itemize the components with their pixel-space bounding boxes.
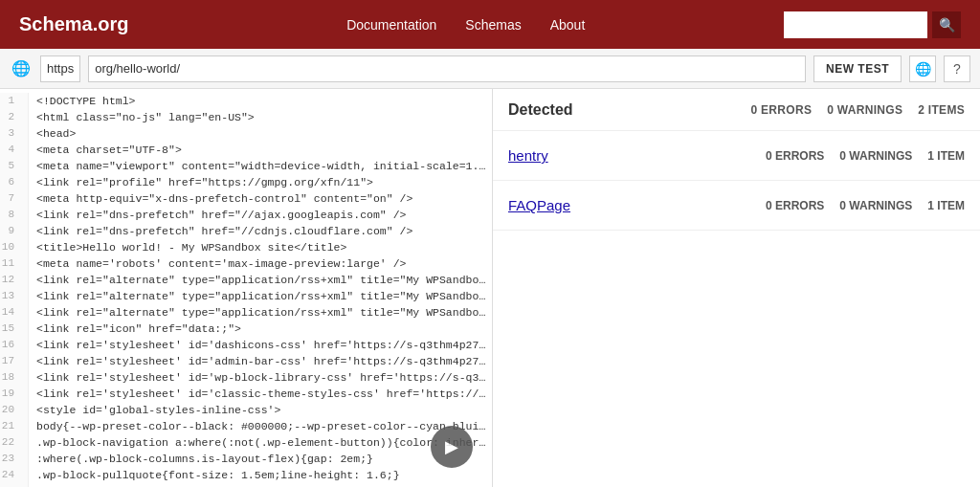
- result-items: 1 ITEM: [927, 149, 965, 163]
- code-line: <head>: [36, 125, 492, 142]
- result-item-name[interactable]: FAQPage: [508, 197, 750, 213]
- code-line: <meta http-equiv="x-dns-prefetch-control…: [36, 190, 492, 207]
- result-item-faqpage[interactable]: FAQPage 0 ERRORS 0 WARNINGS 1 ITEM: [493, 181, 980, 231]
- detected-label: Detected: [508, 101, 735, 119]
- code-line: <link rel="icon" href="data:;">: [36, 321, 492, 337]
- code-line: <meta name="viewport" content="width=dev…: [36, 158, 492, 174]
- code-line: <link rel='stylesheet' id='wp-block-libr…: [36, 369, 492, 386]
- code-line: <link rel="dns-prefetch" href="//cdnjs.c…: [36, 223, 492, 239]
- url-path-text: org/hello-world/: [95, 61, 180, 76]
- code-line: <!DOCTYPE html>: [36, 93, 492, 109]
- total-items-stat: 2 ITEMS: [918, 103, 965, 117]
- code-line: <title>Hello world! - My WPSandbox site<…: [36, 239, 492, 255]
- search-area: 🔍: [784, 11, 961, 38]
- code-line: <link rel="alternate" type="application/…: [36, 272, 492, 288]
- result-item-name[interactable]: hentry: [508, 147, 750, 164]
- code-line: <link rel="dns-prefetch" href="//ajax.go…: [36, 207, 492, 223]
- code-line: <meta name='robots' content='max-image-p…: [36, 255, 492, 272]
- code-line: <link rel="profile" href="https://gmpg.o…: [36, 174, 492, 190]
- code-line: <link rel='stylesheet' id='dashicons-css…: [36, 337, 492, 353]
- main-content: 1 2 3 4 5 6 7 8 9 10 11 12 13 14 15 16 1…: [0, 89, 980, 487]
- code-line: :where(.wp-block-columns.is-layout-flex)…: [36, 451, 492, 467]
- result-warnings: 0 WARNINGS: [839, 149, 912, 163]
- play-button[interactable]: ▶: [431, 426, 473, 468]
- nav-links: Documentation Schemas About: [176, 17, 755, 33]
- url-bar: 🌐 https org/hello-world/ NEW TEST 🌐 ?: [0, 49, 980, 89]
- new-test-button[interactable]: NEW TEST: [813, 55, 902, 82]
- code-panel: 1 2 3 4 5 6 7 8 9 10 11 12 13 14 15 16 1…: [0, 89, 493, 487]
- top-navigation: Schema.org Documentation Schemas About 🔍: [0, 0, 980, 49]
- code-view: 1 2 3 4 5 6 7 8 9 10 11 12 13 14 15 16 1…: [0, 89, 492, 487]
- search-button[interactable]: 🔍: [932, 11, 961, 38]
- results-panel: Detected 0 ERRORS 0 WARNINGS 2 ITEMS hen…: [493, 89, 980, 487]
- nav-about[interactable]: About: [550, 17, 586, 33]
- result-item-hentry[interactable]: hentry 0 ERRORS 0 WARNINGS 1 ITEM: [493, 131, 980, 181]
- nav-documentation[interactable]: Documentation: [346, 17, 436, 33]
- help-icon-button[interactable]: ?: [944, 55, 970, 82]
- code-line: <html class="no-js" lang="en-US">: [36, 109, 492, 125]
- result-warnings: 0 WARNINGS: [839, 199, 912, 212]
- nav-schemas[interactable]: Schemas: [465, 17, 521, 33]
- code-content: <!DOCTYPE html> <html class="no-js" lang…: [29, 93, 492, 487]
- line-numbers: 1 2 3 4 5 6 7 8 9 10 11 12 13 14 15 16 1…: [0, 93, 29, 487]
- url-path[interactable]: org/hello-world/: [88, 55, 806, 82]
- code-line: .wp-block-navigation a:where(:not(.wp-el…: [36, 434, 492, 451]
- language-icon-button[interactable]: 🌐: [909, 55, 936, 82]
- total-errors-stat: 0 ERRORS: [750, 103, 812, 117]
- code-line: <meta charset="UTF-8">: [36, 142, 492, 158]
- url-scheme[interactable]: https: [40, 55, 80, 82]
- code-line: .wp-block-pullquote{font-size: 1.5em;lin…: [36, 467, 492, 483]
- result-errors: 0 ERRORS: [766, 149, 824, 163]
- result-errors: 0 ERRORS: [766, 199, 824, 212]
- site-logo[interactable]: Schema.org: [19, 13, 128, 35]
- code-line: <link rel='stylesheet' id='admin-bar-css…: [36, 353, 492, 369]
- code-line: <link rel="alternate" type="application/…: [36, 304, 492, 321]
- globe-icon: 🌐: [10, 59, 33, 77]
- code-line: </style>: [36, 483, 492, 487]
- result-items: 1 ITEM: [927, 199, 965, 212]
- code-line: body{--wp-preset-color--black: #000000;-…: [36, 418, 492, 434]
- code-line: <style id='global-styles-inline-css'>: [36, 402, 492, 418]
- code-line: <link rel="alternate" type="application/…: [36, 288, 492, 304]
- search-input[interactable]: [784, 11, 927, 38]
- code-line: <link rel='stylesheet' id='classic-theme…: [36, 386, 492, 402]
- total-warnings-stat: 0 WARNINGS: [827, 103, 902, 117]
- results-header: Detected 0 ERRORS 0 WARNINGS 2 ITEMS: [493, 89, 980, 131]
